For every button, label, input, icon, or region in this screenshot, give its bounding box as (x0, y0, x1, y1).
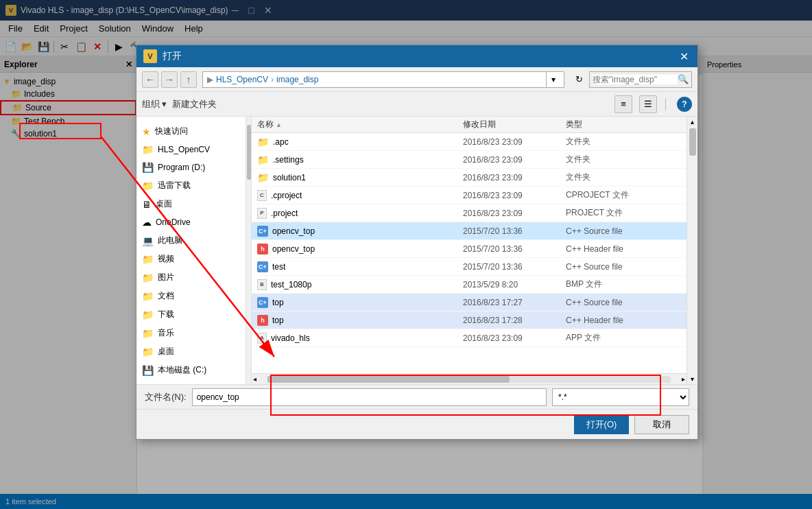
filetype-select[interactable]: *.* (552, 388, 689, 406)
sidebar-documents[interactable]: 📁 文档 (136, 287, 246, 305)
file-row-test-1080p[interactable]: B test_1080p 2013/5/29 8:20 BMP 文件 (252, 276, 686, 294)
sidebar-desktop-1[interactable]: 🖥 桌面 (136, 195, 246, 213)
cproject-icon: C (257, 190, 267, 201)
file-row-opencv-top-hdr[interactable]: h opencv_top 2015/7/20 13:36 C++ Header … (252, 240, 686, 258)
file-row-apc[interactable]: 📁 .apc 2016/8/23 23:09 文件夹 (252, 133, 686, 151)
apc-folder-icon: 📁 (257, 137, 269, 147)
drive-c-icon: 💾 (142, 365, 154, 376)
file-list-scrollbar[interactable]: ◂ ▸ (252, 373, 686, 384)
vscroll-up-button[interactable]: ▴ (689, 117, 695, 127)
forward-button[interactable]: → (161, 71, 178, 88)
top-src-icon: C+ (257, 297, 268, 308)
scroll-left-button[interactable]: ◂ (253, 375, 256, 383)
path-hls-opencv[interactable]: HLS_OpenCV (216, 75, 268, 84)
view-details-button[interactable]: ☰ (639, 95, 657, 113)
col-date-header[interactable]: 修改日期 (457, 119, 560, 130)
cancel-button[interactable]: 取消 (634, 415, 689, 434)
organize-dropdown-icon: ▾ (162, 99, 167, 109)
file-row-top-src[interactable]: C+ top 2016/8/23 17:27 C++ Source file (252, 294, 686, 311)
search-input[interactable] (593, 75, 678, 84)
new-folder-button[interactable]: 新建文件夹 (172, 98, 217, 110)
col-name-header[interactable]: 名称 ▲ (252, 119, 457, 130)
quick-access-icon: ★ (142, 126, 151, 137)
sidebar-documents-label: 文档 (158, 290, 174, 302)
filename-input[interactable] (192, 388, 547, 406)
back-button[interactable]: ← (142, 71, 158, 88)
sidebar-desktop-2[interactable]: 📁 桌面 (136, 342, 246, 361)
desktop-1-icon: 🖥 (142, 199, 152, 210)
toolbar-sep (665, 98, 666, 110)
col-sort-arrow: ▲ (276, 121, 282, 128)
sidebar-scrollbar[interactable] (246, 117, 252, 384)
sidebar-quick-access-label: 快速访问 (155, 126, 188, 137)
sidebar-downloads-label: 下载 (158, 309, 174, 320)
apc-name: .apc (273, 137, 289, 147)
scroll-thumb[interactable] (267, 376, 510, 383)
col-type-header[interactable]: 类型 (560, 119, 686, 130)
dialog-buttons: 打开(O) 取消 (136, 409, 697, 439)
col-type-label: 类型 (566, 119, 582, 130)
sidebar-pictures[interactable]: 📁 图片 (136, 268, 246, 287)
dialog-close-button[interactable]: ✕ (677, 49, 691, 63)
top-src-date: 2016/8/23 17:27 (457, 298, 560, 307)
apc-type: 文件夹 (560, 136, 686, 147)
file-row-vivado-hls[interactable]: A vivado_hls 2016/8/23 23:09 APP 文件 (252, 329, 686, 347)
file-row-settings[interactable]: 📁 .settings 2016/8/23 23:09 文件夹 (252, 151, 686, 169)
desktop-2-icon: 📁 (142, 346, 154, 357)
test-src-icon: C+ (257, 261, 268, 272)
path-bar[interactable]: ▶ HLS_OpenCV › image_disp ▾ (202, 71, 564, 88)
sidebar-music[interactable]: 📁 音乐 (136, 324, 246, 342)
path-dropdown-button[interactable]: ▾ (546, 72, 560, 87)
sidebar-local-c[interactable]: 💾 本地磁盘 (C:) (136, 361, 246, 379)
sidebar-onedrive[interactable]: ☁ OneDrive (136, 213, 246, 231)
dialog-sidebar: ★ 快速访问 📁 HLS_OpenCV 💾 Program (D:) 📁 迅雷下… (136, 117, 246, 384)
scroll-right-button[interactable]: ▸ (682, 375, 685, 383)
file-row-cproject[interactable]: C .cproject 2016/8/23 23:09 CPROJECT 文件 (252, 187, 686, 204)
scroll-track[interactable] (267, 376, 671, 383)
path-refresh-button[interactable]: ↻ (571, 72, 586, 87)
sidebar-this-pc[interactable]: 💻 此电脑 (136, 231, 246, 250)
help-button[interactable]: ? (677, 97, 692, 112)
sidebar-hls-opencv[interactable]: 📁 HLS_OpenCV (136, 141, 246, 158)
downloads-icon: 📁 (142, 309, 154, 320)
sidebar-quick-access[interactable]: ★ 快速访问 (136, 122, 246, 141)
path-arrow: ▶ (207, 75, 213, 84)
opencv-top-src-date: 2015/7/20 13:36 (457, 226, 560, 236)
file-row-project[interactable]: P .project 2016/8/23 23:09 PROJECT 文件 (252, 204, 686, 222)
sidebar-downloads[interactable]: 📁 下载 (136, 305, 246, 324)
hls-folder-icon: 📁 (142, 144, 154, 155)
this-pc-icon: 💻 (142, 235, 154, 246)
organize-button[interactable]: 组织 ▾ (142, 98, 167, 110)
sidebar-videos-label: 视频 (158, 253, 174, 265)
open-button[interactable]: 打开(O) (574, 415, 629, 434)
file-row-test[interactable]: C+ test 2015/7/20 13:36 C++ Source file (252, 258, 686, 276)
sidebar-desktop-1-label: 桌面 (156, 198, 172, 210)
file-row-top-hdr[interactable]: h top 2016/8/23 17:28 C++ Header file (252, 311, 686, 329)
top-src-name: top (272, 298, 284, 307)
file-row-solution1[interactable]: 📁 solution1 2016/8/23 23:09 文件夹 (252, 169, 686, 187)
vscroll-thumb[interactable] (689, 128, 696, 156)
file-list-vscrollbar[interactable]: ▴ ▾ (686, 117, 697, 384)
search-icon[interactable]: 🔍 (678, 74, 689, 84)
sidebar-scroll-thumb[interactable] (247, 125, 251, 180)
up-button[interactable]: ↑ (180, 71, 197, 88)
dialog-nav: ← → ↑ ▶ HLS_OpenCV › image_disp ▾ ↻ 🔍 (136, 67, 697, 92)
test-type: C++ Source file (560, 262, 686, 272)
opencv-top-hdr-type: C++ Header file (560, 244, 686, 254)
view-list-button[interactable]: ≡ (614, 95, 632, 113)
file-open-dialog: V 打开 ✕ ← → ↑ ▶ HLS_OpenCV › image_disp ▾… (136, 45, 698, 440)
file-list-area: 名称 ▲ 修改日期 类型 📁 .apc (252, 117, 686, 384)
sidebar-videos[interactable]: 📁 视频 (136, 250, 246, 268)
path-image-disp[interactable]: image_disp (276, 75, 318, 84)
cproject-type: CPROJECT 文件 (560, 189, 686, 201)
opencv-top-hdr-icon: h (257, 244, 268, 254)
path-sep: › (271, 75, 274, 84)
file-row-opencv-top-src[interactable]: C+ opencv_top 2015/7/20 13:36 C++ Source… (252, 222, 686, 240)
opencv-top-src-name: opencv_top (272, 226, 315, 236)
sidebar-thunderbird[interactable]: 📁 迅雷下载 (136, 176, 246, 195)
vscroll-down-button[interactable]: ▾ (689, 374, 695, 384)
pictures-icon: 📁 (142, 272, 154, 283)
sidebar-program-d[interactable]: 💾 Program (D:) (136, 158, 246, 176)
test-date: 2015/7/20 13:36 (457, 262, 560, 272)
sidebar-onedrive-label: OneDrive (156, 217, 191, 227)
